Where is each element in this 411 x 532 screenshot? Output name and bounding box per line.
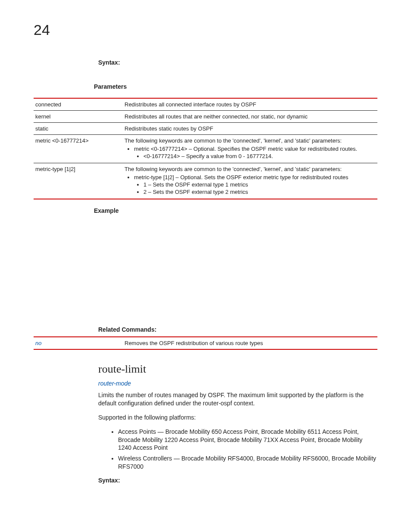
param-intro: The following keywords are common to the… [125,137,342,144]
param-name: metric <0-16777214> [34,135,123,163]
list-item: Access Points — Brocade Mobility 650 Acc… [118,428,377,452]
parameters-heading: Parameters [94,83,377,90]
syntax-heading: Syntax: [98,477,377,484]
platforms-list: Access Points — Brocade Mobility 650 Acc… [107,428,377,471]
param-name: metric-type [1|2] [34,163,123,199]
chapter-number: 24 [34,22,377,38]
param-desc: Redistributes static routes by OSPF [123,123,377,135]
param-name: kernel [34,111,123,123]
param-sublist: metric-type [1|2] – Optional. Sets the O… [125,174,374,195]
related-cmd-link[interactable]: no [34,337,123,349]
related-cmd-desc: Removes the OSPF redistribution of vario… [123,337,377,349]
related-commands-table: no Removes the OSPF redistribution of va… [34,336,377,350]
related-commands-heading: Related Commands: [98,326,377,333]
param-desc: The following keywords are common to the… [123,135,377,163]
table-row: static Redistributes static routes by OS… [34,123,377,135]
table-row: metric-type [1|2] The following keywords… [34,163,377,199]
list-item: metric <0-16777214> – Optional. Specifie… [134,146,374,159]
list-item: 2 – Sets the OSPF external type 2 metric… [143,189,374,195]
param-name: connected [34,98,123,111]
list-item: Wireless Controllers — Brocade Mobility … [118,454,377,471]
table-row: no Removes the OSPF redistribution of va… [34,337,377,349]
body-text: Limits the number of routes managed by O… [98,391,377,408]
param-desc: Redistributes all routes that are neithe… [123,111,377,123]
example-heading: Example [94,207,377,214]
list-item: <0-16777214> – Specify a value from 0 - … [143,153,374,159]
parameters-table: connected Redistributes all connected in… [34,98,377,199]
table-row: metric <0-16777214> The following keywor… [34,135,377,163]
param-sublist: metric <0-16777214> – Optional. Specifie… [125,146,374,159]
param-desc: Redistributes all connected interface ro… [123,98,377,111]
body-text: Supported in the following platforms: [98,414,377,422]
page: 24 Syntax: Parameters connected Redistri… [0,0,411,510]
param-desc: The following keywords are common to the… [123,163,377,199]
list-item: metric-type [1|2] – Optional. Sets the O… [134,174,374,195]
table-row: connected Redistributes all connected in… [34,98,377,111]
table-row: kernel Redistributes all routes that are… [34,111,377,123]
command-title: route-limit [98,363,377,376]
param-intro: The following keywords are common to the… [125,166,342,172]
syntax-heading: Syntax: [98,59,377,66]
param-name: static [34,123,123,135]
list-item: 1 – Sets the OSPF external type 1 metric… [143,181,374,188]
router-mode-link[interactable]: router-mode [98,380,377,387]
